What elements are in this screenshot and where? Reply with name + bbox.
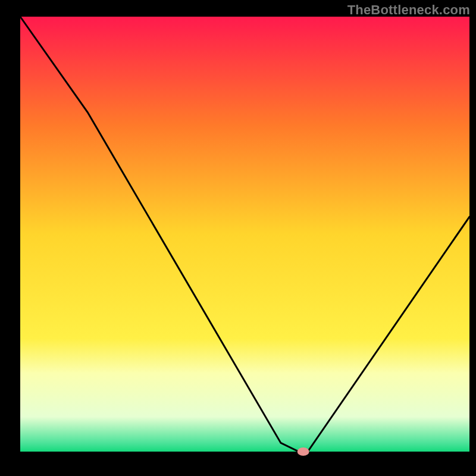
bottleneck-chart <box>0 0 476 476</box>
plot-background <box>20 17 469 452</box>
optimal-point-marker <box>298 447 309 456</box>
chart-frame: TheBottleneck.com <box>0 0 476 476</box>
attribution-text: TheBottleneck.com <box>347 2 470 18</box>
